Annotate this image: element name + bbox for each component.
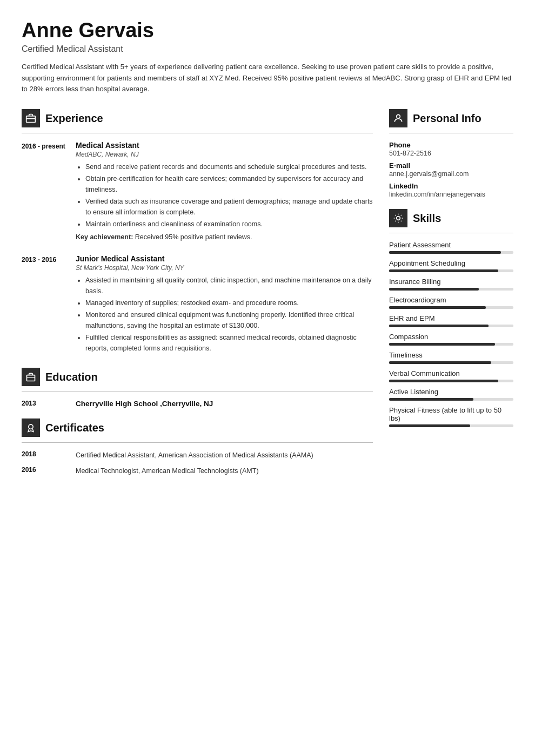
- skill-item: Timeliness: [389, 351, 513, 364]
- exp-company: MedABC, Newark, NJ: [76, 151, 373, 158]
- exp-job-title: Medical Assistant: [76, 141, 373, 150]
- resume-header: Anne Gervais Certified Medical Assistant…: [22, 19, 513, 108]
- phone-label: Phone: [389, 141, 513, 149]
- education-header: Education: [22, 368, 373, 386]
- skill-bar-fill: [389, 424, 470, 427]
- skill-name: Verbal Communication: [389, 369, 513, 377]
- skill-name: Timeliness: [389, 351, 513, 359]
- exp-details: Medical AssistantMedABC, Newark, NJSend …: [76, 141, 373, 242]
- skill-bar-fill: [389, 343, 495, 346]
- experience-section: Experience 2016 - presentMedical Assista…: [22, 109, 373, 356]
- experience-entry: 2016 - presentMedical AssistantMedABC, N…: [22, 141, 373, 242]
- experience-title: Experience: [45, 112, 103, 125]
- experience-icon: [22, 109, 40, 127]
- skills-section: Skills Patient AssessmentAppointment Sch…: [389, 209, 513, 427]
- svg-point-6: [397, 217, 400, 220]
- skills-title: Skills: [413, 212, 441, 225]
- exp-bullet: Managed inventory of supplies; restocked…: [85, 298, 373, 308]
- skill-name: EHR and EPM: [389, 314, 513, 322]
- personal-info-icon: [389, 109, 407, 127]
- candidate-title: Certified Medical Assistant: [22, 44, 513, 54]
- education-entry: 2013Cherryville High School ,Cherryville…: [22, 400, 373, 408]
- skill-bar-bg: [389, 288, 513, 291]
- exp-job-title: Junior Medical Assistant: [76, 254, 373, 263]
- edu-date: 2013: [22, 400, 76, 408]
- skill-item: Appointment Scheduling: [389, 259, 513, 272]
- exp-bullet: Monitored and ensured clinical equipment…: [85, 309, 373, 331]
- skill-bar-fill: [389, 288, 479, 291]
- experience-header: Experience: [22, 109, 373, 127]
- cert-description: Certified Medical Assistant, American As…: [76, 450, 373, 461]
- skill-item: Physical Fitness (able to lift up to 50 …: [389, 406, 513, 427]
- exp-details: Junior Medical AssistantSt Mark's Hospit…: [76, 254, 373, 356]
- exp-bullets: Assisted in maintaining all quality cont…: [76, 275, 373, 354]
- svg-point-5: [397, 115, 400, 119]
- left-column: Experience 2016 - presentMedical Assista…: [22, 108, 373, 487]
- skill-item: Patient Assessment: [389, 241, 513, 254]
- certificates-icon: [22, 418, 40, 437]
- skill-bar-bg: [389, 361, 513, 364]
- skill-item: Insurance Billing: [389, 278, 513, 291]
- email-value: anne.j.gervais@gmail.com: [389, 170, 513, 178]
- exp-bullet: Send and receive patient records and doc…: [85, 161, 373, 172]
- personal-info-header: Personal Info: [389, 109, 513, 127]
- skill-bar-fill: [389, 398, 473, 401]
- exp-bullet: Fulfilled clerical responsibilities as a…: [85, 332, 373, 354]
- skill-bar-fill: [389, 325, 489, 327]
- edu-school: Cherryville High School ,Cherryville, NJ: [76, 400, 373, 408]
- skill-item: Compassion: [389, 333, 513, 346]
- education-title: Education: [45, 371, 98, 383]
- exp-bullet: Maintain orderliness and cleanliness of …: [85, 219, 373, 230]
- linkedin-value: linkedin.com/in/annejanegervais: [389, 191, 513, 198]
- skill-bar-bg: [389, 380, 513, 382]
- right-column: Personal Info Phone 501-872-2516 E-mail …: [389, 108, 513, 487]
- exp-bullet: Verified data such as insurance coverage…: [85, 196, 373, 218]
- skill-bar-fill: [389, 269, 498, 272]
- skill-item: Electrocardiogram: [389, 296, 513, 309]
- skill-item: EHR and EPM: [389, 314, 513, 327]
- candidate-name: Anne Gervais: [22, 19, 513, 42]
- cert-entry: 2018Certified Medical Assistant, America…: [22, 450, 373, 461]
- certificates-header: Certificates: [22, 418, 373, 437]
- education-icon: [22, 368, 40, 386]
- cert-date: 2016: [22, 466, 76, 476]
- candidate-summary: Certified Medical Assistant with 5+ year…: [22, 62, 513, 95]
- skill-bar-bg: [389, 269, 513, 272]
- exp-date: 2016 - present: [22, 141, 76, 242]
- skill-bar-fill: [389, 361, 491, 364]
- exp-bullet: Assisted in maintaining all quality cont…: [85, 275, 373, 296]
- cert-description: Medical Technologist, American Medical T…: [76, 466, 373, 476]
- exp-date: 2013 - 2016: [22, 254, 76, 356]
- skill-bar-bg: [389, 343, 513, 346]
- skill-item: Verbal Communication: [389, 369, 513, 382]
- skill-bar-bg: [389, 424, 513, 427]
- exp-bullet: Obtain pre-certification for health care…: [85, 173, 373, 195]
- skills-icon: [389, 209, 407, 227]
- skill-bar-fill: [389, 306, 486, 309]
- cert-date: 2018: [22, 450, 76, 461]
- skills-list: Patient AssessmentAppointment Scheduling…: [389, 241, 513, 427]
- skill-bar-fill: [389, 380, 498, 382]
- certificates-list: 2018Certified Medical Assistant, America…: [22, 450, 373, 476]
- skill-bar-bg: [389, 251, 513, 254]
- skill-bar-bg: [389, 398, 513, 401]
- skill-bar-fill: [389, 251, 501, 254]
- skill-name: Electrocardiogram: [389, 296, 513, 304]
- education-list: 2013Cherryville High School ,Cherryville…: [22, 400, 373, 408]
- linkedin-label: LinkedIn: [389, 182, 513, 190]
- skill-name: Insurance Billing: [389, 278, 513, 286]
- skill-name: Physical Fitness (able to lift up to 50 …: [389, 406, 513, 422]
- skill-bar-bg: [389, 306, 513, 309]
- experience-list: 2016 - presentMedical AssistantMedABC, N…: [22, 141, 373, 356]
- personal-info-section: Personal Info Phone 501-872-2516 E-mail …: [389, 109, 513, 198]
- skill-name: Active Listening: [389, 388, 513, 396]
- svg-rect-2: [27, 375, 35, 381]
- exp-company: St Mark's Hospital, New York City, NY: [76, 264, 373, 272]
- skill-name: Patient Assessment: [389, 241, 513, 249]
- svg-point-4: [29, 424, 33, 429]
- skills-header: Skills: [389, 209, 513, 227]
- exp-bullets: Send and receive patient records and doc…: [76, 161, 373, 230]
- skill-bar-bg: [389, 325, 513, 327]
- phone-value: 501-872-2516: [389, 150, 513, 157]
- exp-achievement: Key achievement: Received 95% positive p…: [76, 232, 373, 242]
